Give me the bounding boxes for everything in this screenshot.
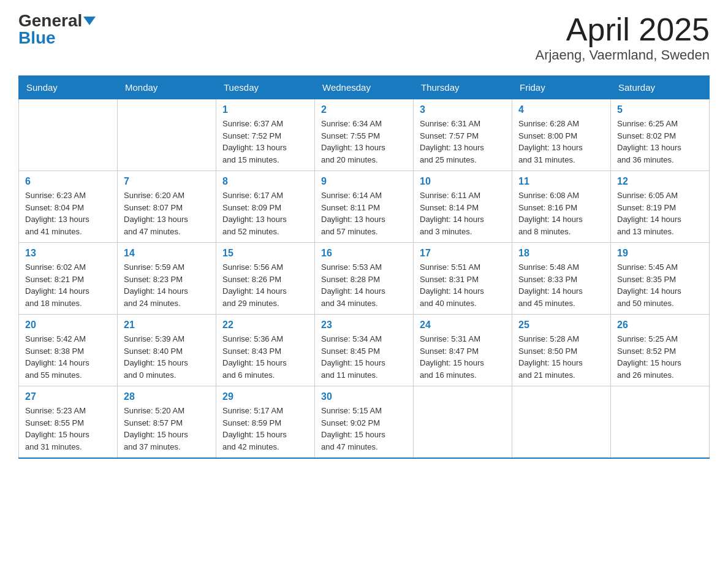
calendar-cell: 2Sunrise: 6:34 AMSunset: 7:55 PMDaylight… <box>315 99 414 171</box>
day-number: 22 <box>222 320 308 331</box>
day-number: 23 <box>321 320 407 331</box>
calendar-cell: 25Sunrise: 5:28 AMSunset: 8:50 PMDayligh… <box>512 315 611 386</box>
day-info: Sunrise: 5:20 AMSunset: 8:57 PMDaylight:… <box>124 405 210 453</box>
day-info: Sunrise: 5:15 AMSunset: 9:02 PMDaylight:… <box>321 405 407 453</box>
calendar-cell: 15Sunrise: 5:56 AMSunset: 8:26 PMDayligh… <box>216 243 315 315</box>
calendar-cell <box>611 386 710 459</box>
day-number: 6 <box>25 176 111 187</box>
day-info: Sunrise: 5:25 AMSunset: 8:52 PMDaylight:… <box>617 333 703 381</box>
day-info: Sunrise: 5:31 AMSunset: 8:47 PMDaylight:… <box>420 333 506 381</box>
day-number: 3 <box>420 104 506 115</box>
calendar-cell: 8Sunrise: 6:17 AMSunset: 8:09 PMDaylight… <box>216 171 315 243</box>
calendar-cell: 3Sunrise: 6:31 AMSunset: 7:57 PMDaylight… <box>414 99 512 171</box>
calendar-cell: 12Sunrise: 6:05 AMSunset: 8:19 PMDayligh… <box>611 171 710 243</box>
day-info: Sunrise: 6:31 AMSunset: 7:57 PMDaylight:… <box>420 118 506 166</box>
calendar-cell: 1Sunrise: 6:37 AMSunset: 7:52 PMDaylight… <box>216 99 315 171</box>
day-info: Sunrise: 5:56 AMSunset: 8:26 PMDaylight:… <box>222 261 308 309</box>
day-number: 8 <box>222 176 308 187</box>
logo-general-text: General <box>18 12 82 29</box>
calendar-cell: 13Sunrise: 6:02 AMSunset: 8:21 PMDayligh… <box>19 243 118 315</box>
day-info: Sunrise: 6:14 AMSunset: 8:11 PMDaylight:… <box>321 190 407 237</box>
day-info: Sunrise: 6:37 AMSunset: 7:52 PMDaylight:… <box>222 118 308 166</box>
day-info: Sunrise: 6:28 AMSunset: 8:00 PMDaylight:… <box>518 118 604 166</box>
weekday-header-tuesday: Tuesday <box>216 76 315 99</box>
weekday-header-monday: Monday <box>118 76 216 99</box>
calendar-cell: 11Sunrise: 6:08 AMSunset: 8:16 PMDayligh… <box>512 171 611 243</box>
calendar-cell: 19Sunrise: 5:45 AMSunset: 8:35 PMDayligh… <box>611 243 710 315</box>
day-info: Sunrise: 5:53 AMSunset: 8:28 PMDaylight:… <box>321 261 407 309</box>
day-number: 1 <box>222 104 308 115</box>
calendar-cell: 26Sunrise: 5:25 AMSunset: 8:52 PMDayligh… <box>611 315 710 386</box>
day-info: Sunrise: 6:20 AMSunset: 8:07 PMDaylight:… <box>124 190 210 237</box>
day-info: Sunrise: 5:17 AMSunset: 8:59 PMDaylight:… <box>222 405 308 453</box>
calendar-cell: 24Sunrise: 5:31 AMSunset: 8:47 PMDayligh… <box>414 315 512 386</box>
calendar-week-row: 13Sunrise: 6:02 AMSunset: 8:21 PMDayligh… <box>19 243 710 315</box>
day-number: 2 <box>321 104 407 115</box>
day-number: 18 <box>518 248 604 259</box>
weekday-header-row: SundayMondayTuesdayWednesdayThursdayFrid… <box>19 76 710 99</box>
day-info: Sunrise: 6:25 AMSunset: 8:02 PMDaylight:… <box>617 118 703 166</box>
day-number: 25 <box>518 320 604 331</box>
day-number: 15 <box>222 248 308 259</box>
calendar-cell: 18Sunrise: 5:48 AMSunset: 8:33 PMDayligh… <box>512 243 611 315</box>
calendar-cell: 5Sunrise: 6:25 AMSunset: 8:02 PMDaylight… <box>611 99 710 171</box>
calendar-header: SundayMondayTuesdayWednesdayThursdayFrid… <box>19 76 710 99</box>
day-number: 14 <box>124 248 210 259</box>
calendar-week-row: 27Sunrise: 5:23 AMSunset: 8:55 PMDayligh… <box>19 386 710 459</box>
day-number: 27 <box>25 391 111 402</box>
calendar-week-row: 1Sunrise: 6:37 AMSunset: 7:52 PMDaylight… <box>19 99 710 171</box>
calendar-cell: 14Sunrise: 5:59 AMSunset: 8:23 PMDayligh… <box>118 243 216 315</box>
logo: General Blue <box>18 12 96 47</box>
calendar-subtitle: Arjaeng, Vaermland, Sweden <box>535 47 710 63</box>
calendar-cell: 7Sunrise: 6:20 AMSunset: 8:07 PMDaylight… <box>118 171 216 243</box>
day-info: Sunrise: 5:34 AMSunset: 8:45 PMDaylight:… <box>321 333 407 381</box>
calendar-week-row: 6Sunrise: 6:23 AMSunset: 8:04 PMDaylight… <box>19 171 710 243</box>
weekday-header-saturday: Saturday <box>611 76 710 99</box>
day-info: Sunrise: 5:45 AMSunset: 8:35 PMDaylight:… <box>617 261 703 309</box>
calendar-cell: 20Sunrise: 5:42 AMSunset: 8:38 PMDayligh… <box>19 315 118 386</box>
day-info: Sunrise: 5:48 AMSunset: 8:33 PMDaylight:… <box>518 261 604 309</box>
calendar-cell <box>512 386 611 459</box>
calendar-cell: 9Sunrise: 6:14 AMSunset: 8:11 PMDaylight… <box>315 171 414 243</box>
day-number: 29 <box>222 391 308 402</box>
day-info: Sunrise: 6:23 AMSunset: 8:04 PMDaylight:… <box>25 190 111 237</box>
title-block: April 2025 Arjaeng, Vaermland, Sweden <box>535 12 710 63</box>
calendar-cell: 10Sunrise: 6:11 AMSunset: 8:14 PMDayligh… <box>414 171 512 243</box>
day-number: 28 <box>124 391 210 402</box>
calendar-cell: 4Sunrise: 6:28 AMSunset: 8:00 PMDaylight… <box>512 99 611 171</box>
calendar-cell <box>414 386 512 459</box>
day-info: Sunrise: 5:23 AMSunset: 8:55 PMDaylight:… <box>25 405 111 453</box>
calendar-cell: 29Sunrise: 5:17 AMSunset: 8:59 PMDayligh… <box>216 386 315 459</box>
day-info: Sunrise: 6:02 AMSunset: 8:21 PMDaylight:… <box>25 261 111 309</box>
day-number: 9 <box>321 176 407 187</box>
calendar-cell: 16Sunrise: 5:53 AMSunset: 8:28 PMDayligh… <box>315 243 414 315</box>
day-number: 13 <box>25 248 111 259</box>
calendar-body: 1Sunrise: 6:37 AMSunset: 7:52 PMDaylight… <box>19 99 710 459</box>
day-number: 10 <box>420 176 506 187</box>
logo-blue-text: Blue <box>18 29 56 47</box>
calendar-table: SundayMondayTuesdayWednesdayThursdayFrid… <box>18 75 710 459</box>
calendar-cell: 22Sunrise: 5:36 AMSunset: 8:43 PMDayligh… <box>216 315 315 386</box>
calendar-cell: 21Sunrise: 5:39 AMSunset: 8:40 PMDayligh… <box>118 315 216 386</box>
calendar-week-row: 20Sunrise: 5:42 AMSunset: 8:38 PMDayligh… <box>19 315 710 386</box>
calendar-cell: 27Sunrise: 5:23 AMSunset: 8:55 PMDayligh… <box>19 386 118 459</box>
calendar-cell: 6Sunrise: 6:23 AMSunset: 8:04 PMDaylight… <box>19 171 118 243</box>
logo-triangle-icon <box>83 17 96 25</box>
day-number: 7 <box>124 176 210 187</box>
day-info: Sunrise: 5:59 AMSunset: 8:23 PMDaylight:… <box>124 261 210 309</box>
weekday-header-thursday: Thursday <box>414 76 512 99</box>
weekday-header-sunday: Sunday <box>19 76 118 99</box>
day-number: 24 <box>420 320 506 331</box>
calendar-cell: 17Sunrise: 5:51 AMSunset: 8:31 PMDayligh… <box>414 243 512 315</box>
page-header: General Blue April 2025 Arjaeng, Vaermla… <box>18 12 710 63</box>
day-number: 19 <box>617 248 703 259</box>
weekday-header-friday: Friday <box>512 76 611 99</box>
day-number: 20 <box>25 320 111 331</box>
day-number: 26 <box>617 320 703 331</box>
weekday-header-wednesday: Wednesday <box>315 76 414 99</box>
day-info: Sunrise: 5:39 AMSunset: 8:40 PMDaylight:… <box>124 333 210 381</box>
day-number: 12 <box>617 176 703 187</box>
day-number: 5 <box>617 104 703 115</box>
day-number: 4 <box>518 104 604 115</box>
calendar-title: April 2025 <box>535 12 710 47</box>
